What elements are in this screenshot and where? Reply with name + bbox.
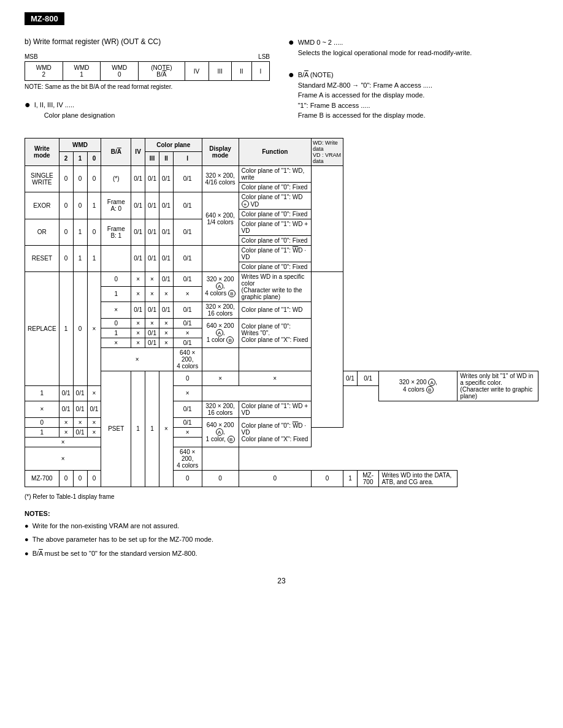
notes-section: NOTES: ● Write for the non-existing VRAM… xyxy=(25,510,538,559)
reg-cell-iv: IV xyxy=(185,62,209,81)
ba-frame-b: Frame B is accessed for the display mode… xyxy=(298,112,426,119)
cell-rep-ii2: × xyxy=(159,287,173,302)
th-cp-ii: II xyxy=(159,152,173,166)
cell-rep-iv5: × xyxy=(131,328,145,338)
table-row: × 0/1 0/1 0/1 0/1 320 × 200,16 colors Co… xyxy=(25,301,538,318)
cell-sw-ii: 0/1 xyxy=(159,165,173,192)
cell-pset-display3: 320 × 200,16 colors xyxy=(202,401,239,417)
page-number: 23 xyxy=(25,577,538,585)
cell-pset-640: × xyxy=(25,447,101,470)
cell-reset-wmd1: 1 xyxy=(73,245,87,271)
cell-pset-i2: × xyxy=(173,386,202,401)
cell-rep-iv1: × xyxy=(131,271,145,287)
cell-exor: EXOR xyxy=(25,192,59,219)
cell-rep-iii6: 0/1 xyxy=(145,338,159,347)
cell-exor-func2: Color plane of "0": Fixed xyxy=(239,209,311,219)
cell-rep-i3: 0/1 xyxy=(173,301,202,318)
cell-mz700-ba: 0 xyxy=(173,470,202,487)
register-note: NOTE: Same as the bit B/A of the read fo… xyxy=(25,83,270,90)
cell-rep-iii3: 0/1 xyxy=(145,301,159,318)
cell-mz700-wmd1: 0 xyxy=(73,470,87,487)
cell-exor-func1: Color plane of "1": WD + VD xyxy=(239,192,311,209)
cell-rep-display1: 320 × 200 A,4 colors B xyxy=(202,271,239,301)
cell-mz700-i: 1 xyxy=(343,470,357,487)
cell-exor-iv: 0/1 xyxy=(131,192,145,219)
cell-rep-ba1: 0 xyxy=(101,271,131,287)
ba-frame-a: Frame A is accessed for the display mode… xyxy=(298,91,425,99)
cell-pset-i1: 0/1 xyxy=(357,371,379,386)
table-row: SINGLEWRITE 0 0 0 (*) 0/1 0/1 0/1 0/1 32… xyxy=(25,165,538,182)
cell-pset-ba5: 1 xyxy=(25,427,59,437)
th-cp-iii: III xyxy=(145,152,159,166)
cell-rep-func1: Writes WD in a specific color(Character … xyxy=(239,271,311,301)
right-column: ● WMD 0 ~ 2 ..... Selects the logical op… xyxy=(288,37,538,126)
cell-exor-ii: 0/1 xyxy=(159,192,173,219)
th-wd-vd: WD: Write dataVD : VRAM data xyxy=(311,138,343,165)
cell-pset-i3: 0/1 xyxy=(173,401,202,417)
cell-reset-i: 0/1 xyxy=(173,245,202,271)
cell-or-ba: Frame B: 1 xyxy=(101,219,131,245)
cell-reset-ba xyxy=(101,245,131,271)
cell-pset-func1: Writes only bit "1" of WD in a specific … xyxy=(458,371,538,401)
cell-rep-ba3: × xyxy=(101,301,131,318)
cell-exor-wmd1: 0 xyxy=(73,192,87,219)
table-row: REPLACE 1 0 × 0 × × 0/1 0/1 320 × 200 A,… xyxy=(25,271,538,287)
cell-replace-wmd2: 1 xyxy=(59,271,73,386)
th-wmd2: 2 xyxy=(59,152,73,166)
cell-rep-i5: × xyxy=(173,328,202,338)
reg-cell-note-ba: (NOTE)B/A xyxy=(139,62,185,81)
cell-single-write: SINGLEWRITE xyxy=(25,165,59,192)
cell-rep-display4: 640 × 200 A,1 color B xyxy=(202,318,239,347)
cell-rep-ii6: × xyxy=(159,338,173,347)
bullet-ba-symbol: ● xyxy=(288,70,294,80)
cell-mz700-func: Writes WD into the DATA, ATB, and CG are… xyxy=(379,470,458,487)
th-iv: IV xyxy=(131,138,145,165)
cell-sw-wmd0: 0 xyxy=(87,165,101,192)
cell-or-wmd0: 0 xyxy=(87,219,101,245)
cell-mz700-wmd0: 0 xyxy=(87,470,101,487)
cell-exor-i: 0/1 xyxy=(173,192,202,219)
cell-pset-wmd2: 1 xyxy=(131,371,145,487)
cell-rep-i4: 0/1 xyxy=(173,318,202,328)
cell-rep-func4: Color plane of "0": Writes "0".Color pla… xyxy=(239,318,311,347)
cell-reset-func1: Color plane of "1": WD · VD xyxy=(239,245,311,262)
cell-or-func2: Color plane of "0": Fixed xyxy=(239,235,311,245)
table-row: × 640 × 200,4 colors xyxy=(25,347,538,371)
notes-title: NOTES: xyxy=(25,510,538,517)
cell-or-iii: 0/1 xyxy=(145,219,159,245)
cell-sw-display1: 320 × 200,4/16 colors xyxy=(202,165,239,192)
cell-pset-iii2: 0/1 xyxy=(73,386,87,401)
reg-cell-wmd2: WMD2 xyxy=(25,62,63,81)
register-diagram: MSB LSB WMD2 WMD1 WMD0 (NOTE)B/A IV III … xyxy=(25,53,270,90)
cell-exor-iii: 0/1 xyxy=(145,192,159,219)
cell-mz700-wmd2: 0 xyxy=(59,470,73,487)
cell-pset-ba1: 0 xyxy=(173,371,202,386)
cell-or-func1: Color plane of "1": WD + VD xyxy=(239,219,311,235)
wmd-description: Selects the logical operational mode for… xyxy=(298,49,472,56)
note-item-3: ● B/A must be set to "0" for the standar… xyxy=(25,548,538,559)
cell-rep-i2: × xyxy=(173,287,202,302)
register-table: WMD2 WMD1 WMD0 (NOTE)B/A IV III II I xyxy=(25,61,270,81)
th-wmd: WMD xyxy=(59,138,101,152)
cell-pset-iv5: × xyxy=(59,427,73,437)
cell-pset-i5: × xyxy=(173,427,202,437)
bullet-roman-numerals: ● I, II, III, IV ..... Color plane desig… xyxy=(25,100,270,120)
cell-sw-ba: (*) xyxy=(101,165,131,192)
reg-cell-ii: II xyxy=(231,62,251,81)
lsb-label: LSB xyxy=(258,53,270,60)
cell-rep-ba2: 1 xyxy=(101,287,131,302)
cell-pset-display4: 640 × 200 A,1 color, B xyxy=(202,417,239,447)
cell-rep-iv6: × xyxy=(131,338,145,347)
cell-sw-wmd1: 0 xyxy=(73,165,87,192)
cell-reset-wmd0: 1 xyxy=(87,245,101,271)
note-item-1: ● Write for the non-existing VRAM are no… xyxy=(25,521,538,531)
cell-pset-iii4: × xyxy=(73,417,87,427)
table-row: 0 × × × 0/1 640 × 200 A,1 color B Color … xyxy=(25,318,538,328)
cell-empty-right2 xyxy=(311,271,343,427)
cell-pset-iii1: × xyxy=(239,371,311,386)
cell-pset-display7: 640 × 200,4 colors xyxy=(173,447,202,470)
cell-rep-iii5: 0/1 xyxy=(145,328,159,338)
reg-cell-wmd0: WMD0 xyxy=(101,62,139,81)
cell-reset: RESET xyxy=(25,245,59,271)
th-color-plane: Color plane xyxy=(145,138,202,152)
